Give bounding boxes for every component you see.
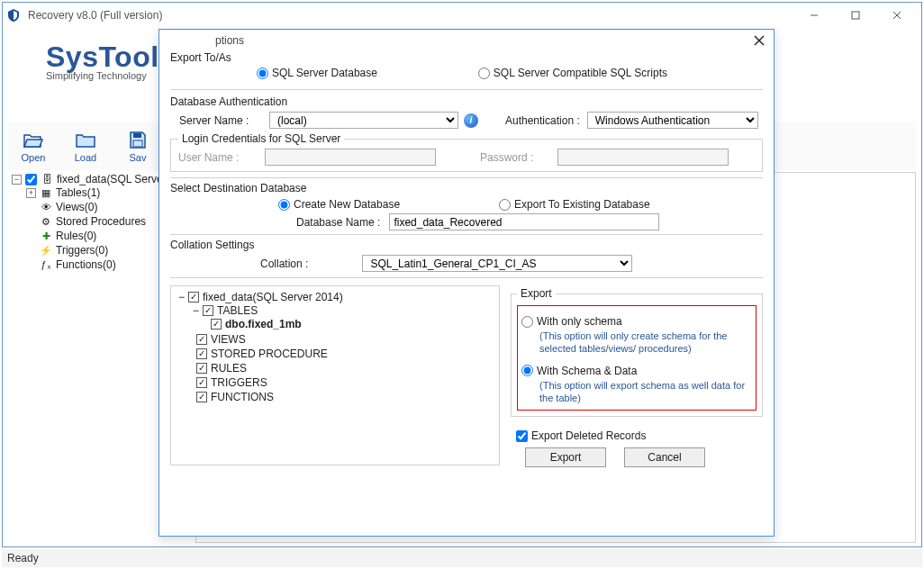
- tree-item-label[interactable]: TABLES: [217, 304, 258, 317]
- view-icon: 👁: [40, 201, 52, 213]
- radio-schema-only[interactable]: With only schema: [521, 315, 752, 328]
- obj-checkbox[interactable]: [203, 305, 213, 316]
- obj-checkbox[interactable]: [196, 392, 207, 402]
- open-button[interactable]: Open: [8, 122, 59, 169]
- collapse-toggle[interactable]: −: [12, 175, 22, 185]
- tree-item-label[interactable]: Views(0): [56, 201, 97, 213]
- tree-root-label: fixed_data(SQL Serve: [57, 173, 163, 185]
- collapse-toggle[interactable]: −: [193, 304, 199, 317]
- tree-root-label: fixed_data(SQL Server 2014): [203, 291, 343, 303]
- collation-section: Collation Settings Collation : SQL_Latin…: [170, 239, 763, 272]
- database-name-input[interactable]: [389, 213, 659, 230]
- maximize-button[interactable]: [835, 3, 876, 28]
- function-icon: ƒₓ: [40, 258, 52, 271]
- password-input: [557, 149, 729, 166]
- radio-sql-scripts[interactable]: SQL Server Compatible SQL Scripts: [478, 67, 667, 79]
- folder-open-icon: [23, 130, 44, 151]
- group-legend: Collation Settings: [170, 239, 763, 251]
- group-legend: Export To/As: [170, 51, 235, 64]
- close-icon[interactable]: [750, 32, 768, 50]
- tree-item-label[interactable]: FUNCTIONS: [211, 391, 274, 403]
- export-mode-group: Export With only schema (This option wil…: [511, 287, 763, 417]
- server-name-select[interactable]: (local): [269, 112, 458, 129]
- tree-item-label[interactable]: VIEWS: [211, 333, 246, 346]
- server-name-label: Server Name :: [170, 114, 269, 127]
- save-label: Sav: [130, 152, 147, 163]
- tree-item-label[interactable]: Rules(0): [56, 230, 96, 242]
- dialog-title: ptions: [215, 34, 244, 47]
- tree-item-label[interactable]: Stored Procedures: [56, 215, 146, 228]
- export-options-dialog: ptions Export To/As SQL Server Database …: [159, 29, 775, 537]
- svg-rect-4: [133, 133, 141, 138]
- collation-select[interactable]: SQL_Latin1_General_CP1_CI_AS: [362, 255, 632, 272]
- radio-schema-and-data[interactable]: With Schema & Data: [521, 365, 752, 377]
- group-legend: Login Credentials for SQL Server: [178, 132, 344, 145]
- radio-create-new-db[interactable]: Create New Database: [278, 198, 400, 211]
- sp-icon: ⚙: [40, 215, 52, 228]
- status-text: Ready: [7, 552, 39, 564]
- folder-icon: [75, 130, 96, 151]
- tree-item-label[interactable]: Triggers(0): [56, 244, 108, 257]
- app-icon: [6, 8, 21, 23]
- close-button[interactable]: [876, 3, 918, 28]
- database-name-label: Database Name :: [296, 216, 380, 229]
- password-label: Password :: [480, 151, 552, 164]
- db-auth-section: Database Authentication Server Name : (l…: [170, 95, 763, 172]
- obj-checkbox[interactable]: [211, 319, 222, 330]
- username-input: [265, 149, 436, 166]
- export-objects-tree[interactable]: − fixed_data(SQL Server 2014) −TABLES db…: [170, 285, 500, 465]
- tree-item-label[interactable]: TRIGGERS: [211, 376, 267, 389]
- export-deleted-checkbox[interactable]: Export Deleted Records: [516, 429, 646, 442]
- trigger-icon: ⚡: [40, 244, 52, 257]
- export-button[interactable]: Export: [525, 447, 606, 467]
- obj-checkbox[interactable]: [196, 363, 207, 374]
- obj-checkbox[interactable]: [196, 334, 207, 345]
- window-title: Recovery v8.0 (Full version): [28, 9, 162, 22]
- collation-label: Collation :: [260, 257, 308, 270]
- authentication-select[interactable]: Windows Authentication: [587, 112, 758, 129]
- cancel-button[interactable]: Cancel: [624, 447, 705, 467]
- svg-rect-1: [852, 12, 859, 19]
- collapse-toggle[interactable]: −: [178, 291, 185, 303]
- login-credentials-group: Login Credentials for SQL Server User Na…: [170, 132, 763, 172]
- load-button[interactable]: Load: [60, 122, 111, 169]
- info-icon[interactable]: i: [464, 113, 478, 128]
- radio-existing-db[interactable]: Export To Existing Database: [499, 198, 650, 211]
- database-icon: 🗄: [41, 173, 53, 185]
- floppy-icon: [128, 130, 148, 151]
- export-to-as-group: Export To/As SQL Server Database SQL Ser…: [170, 51, 763, 90]
- obj-root-checkbox[interactable]: [188, 292, 199, 303]
- option-description: (This option will only create schema for…: [539, 330, 752, 356]
- option-description: (This option will export schema as well …: [539, 379, 752, 405]
- save-button[interactable]: Sav: [113, 122, 163, 169]
- tree-item-label[interactable]: dbo.fixed_1mb: [225, 318, 302, 330]
- tree-item-label[interactable]: RULES: [211, 362, 247, 375]
- expand-toggle[interactable]: +: [26, 188, 36, 198]
- titlebar: Recovery v8.0 (Full version): [3, 3, 921, 28]
- group-legend: Export: [517, 287, 556, 300]
- minimize-button[interactable]: [793, 3, 835, 28]
- tree-item-label[interactable]: Tables(1): [56, 186, 100, 199]
- root-checkbox[interactable]: [25, 174, 37, 185]
- obj-checkbox[interactable]: [196, 348, 207, 359]
- rule-icon: ✚: [40, 230, 52, 242]
- radio-sqlserver-db[interactable]: SQL Server Database: [257, 67, 377, 79]
- group-legend: Select Destination Database: [170, 182, 763, 194]
- open-label: Open: [22, 152, 46, 163]
- status-bar: Ready: [2, 549, 922, 567]
- username-label: User Name :: [178, 151, 259, 164]
- group-legend: Database Authentication: [170, 95, 763, 108]
- tree-item-label[interactable]: Functions(0): [56, 258, 116, 271]
- table-icon: ▦: [40, 186, 52, 199]
- obj-checkbox[interactable]: [196, 377, 207, 388]
- authentication-label: Authentication :: [505, 114, 580, 127]
- destination-section: Select Destination Database Create New D…: [170, 182, 763, 230]
- load-label: Load: [75, 152, 96, 163]
- tree-item-label[interactable]: STORED PROCEDURE: [211, 348, 328, 360]
